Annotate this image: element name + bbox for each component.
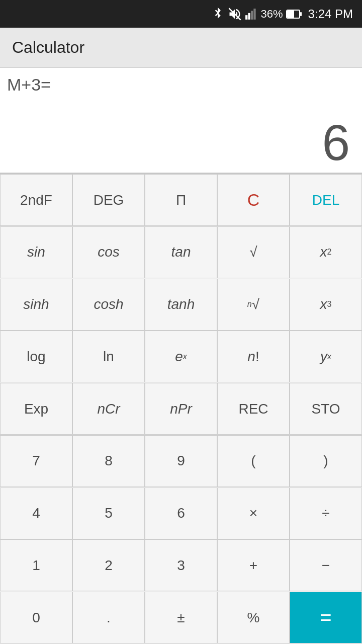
svg-rect-1 <box>245 15 247 20</box>
svg-rect-3 <box>250 11 252 19</box>
button-4[interactable]: 4 <box>0 488 72 539</box>
button-sin[interactable]: sin <box>0 226 72 278</box>
display: M+3= 6 <box>0 68 362 174</box>
button-tan[interactable]: tan <box>145 226 217 278</box>
battery-text: 36% <box>261 8 283 21</box>
button-exp[interactable]: Exp <box>0 383 72 435</box>
button-pct[interactable]: % <box>217 592 290 643</box>
button-2[interactable]: 2 <box>72 539 145 591</box>
button-npr[interactable]: nPr <box>145 383 217 435</box>
bluetooth-icon <box>211 7 225 21</box>
expression: M+3= <box>5 73 354 95</box>
status-icons: 36% <box>211 7 302 21</box>
button-ex[interactable]: ex <box>145 331 217 382</box>
button-plusminus[interactable]: ± <box>145 592 217 643</box>
button-8[interactable]: 8 <box>72 435 145 487</box>
status-time: 3:24 PM <box>308 7 353 21</box>
button-sto[interactable]: STO <box>290 383 362 435</box>
button-1[interactable]: 1 <box>0 539 72 591</box>
button-9[interactable]: 9 <box>145 435 217 487</box>
button-nthrt[interactable]: n√ <box>217 279 290 331</box>
button-c[interactable]: C <box>217 174 290 226</box>
button-sub[interactable]: − <box>290 539 362 591</box>
button-ln[interactable]: ln <box>72 331 145 382</box>
button-log[interactable]: log <box>0 331 72 382</box>
button-6[interactable]: 6 <box>145 488 217 539</box>
button-deg[interactable]: DEG <box>72 174 145 226</box>
button-sqrt[interactable]: √ <box>217 226 290 278</box>
button-ncr[interactable]: nCr <box>72 383 145 435</box>
button-dot[interactable]: . <box>72 592 145 643</box>
button-tanh[interactable]: tanh <box>145 279 217 331</box>
button-rec[interactable]: REC <box>217 383 290 435</box>
button-3[interactable]: 3 <box>145 539 217 591</box>
button-nfact[interactable]: n! <box>217 331 290 382</box>
button-cos[interactable]: cos <box>72 226 145 278</box>
button-rparen[interactable]: ) <box>290 435 362 487</box>
button-sinh[interactable]: sinh <box>0 279 72 331</box>
status-bar: 36% 3:24 PM <box>0 0 362 28</box>
button-yx[interactable]: yx <box>290 331 362 382</box>
button-pi[interactable]: Π <box>145 174 217 226</box>
button-eq[interactable]: = <box>290 592 362 643</box>
button-x2[interactable]: x2 <box>290 226 362 278</box>
app-bar: Calculator <box>0 28 362 68</box>
button-2ndf[interactable]: 2ndF <box>0 174 72 226</box>
button-5[interactable]: 5 <box>72 488 145 539</box>
svg-rect-2 <box>248 13 250 19</box>
svg-rect-4 <box>253 9 255 20</box>
result: 6 <box>5 117 354 168</box>
signal-icon <box>245 7 258 21</box>
button-del[interactable]: DEL <box>290 174 362 226</box>
svg-rect-6 <box>287 11 294 18</box>
calculator-grid: 2ndFDEGΠCDELsincostan√x2sinhcoshtanhn√x3… <box>0 174 362 644</box>
battery-icon <box>286 9 302 19</box>
button-div[interactable]: ÷ <box>290 488 362 539</box>
app-title: Calculator <box>12 38 84 57</box>
button-7[interactable]: 7 <box>0 435 72 487</box>
button-lparen[interactable]: ( <box>217 435 290 487</box>
button-cosh[interactable]: cosh <box>72 279 145 331</box>
svg-rect-7 <box>300 12 302 16</box>
button-add[interactable]: + <box>217 539 290 591</box>
button-0[interactable]: 0 <box>0 592 72 643</box>
button-mul[interactable]: × <box>217 488 290 539</box>
mute-icon <box>228 7 242 21</box>
button-x3[interactable]: x3 <box>290 279 362 331</box>
